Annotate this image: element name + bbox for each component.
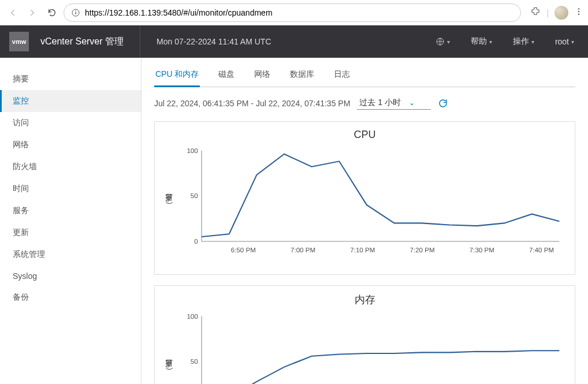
sidebar-item[interactable]: 监控 xyxy=(0,90,141,112)
tab[interactable]: 数据库 xyxy=(289,69,315,87)
svg-text:7:00 PM: 7:00 PM xyxy=(291,247,315,253)
actions-menu[interactable]: 操作▾ xyxy=(508,36,539,47)
chevron-down-icon: ▾ xyxy=(447,39,450,45)
tabs: CPU 和内存磁盘网络数据库日志 xyxy=(154,69,575,87)
svg-text:7:10 PM: 7:10 PM xyxy=(350,247,375,253)
forward-button[interactable] xyxy=(24,5,40,21)
svg-rect-2 xyxy=(75,10,76,11)
chart-title: CPU xyxy=(164,129,565,141)
cpu-plot: 050100 6:50 PM7:00 PM7:10 PM7:20 PM7:30 … xyxy=(177,146,565,255)
memory-chart: 内存 百分比 (%) 050100 6:50 PM7:00 PM7:10 PM7… xyxy=(154,285,575,384)
cpu-chart: CPU 百分比 (%) 050100 6:50 PM7:00 PM7:10 PM… xyxy=(154,121,575,275)
time-range-row: Jul 22, 2024, 06:41:35 PM - Jul 22, 2024… xyxy=(154,96,575,110)
svg-text:0: 0 xyxy=(194,238,198,245)
chevron-down-icon: ▾ xyxy=(489,39,492,45)
address-bar[interactable] xyxy=(64,3,521,22)
globe-icon xyxy=(436,37,445,46)
svg-text:7:30 PM: 7:30 PM xyxy=(470,247,494,253)
sidebar-item[interactable]: 服务 xyxy=(0,200,141,222)
url-input[interactable] xyxy=(85,8,513,17)
svg-text:6:50 PM: 6:50 PM xyxy=(231,247,256,253)
sidebar-item[interactable]: 系统管理 xyxy=(0,244,141,266)
browser-toolbar: | xyxy=(0,0,588,25)
user-menu[interactable]: root▾ xyxy=(550,37,579,46)
chart-title: 内存 xyxy=(164,293,565,307)
sidebar: 摘要监控访问网络防火墙时间服务更新系统管理Syslog备份 xyxy=(0,58,142,384)
memory-plot: 050100 6:50 PM7:00 PM7:10 PM7:20 PM7:30 … xyxy=(177,311,565,384)
tab[interactable]: CPU 和内存 xyxy=(154,69,200,87)
main-content: CPU 和内存磁盘网络数据库日志 Jul 22, 2024, 06:41:35 … xyxy=(142,58,588,384)
app-header: vmw vCenter Server 管理 Mon 07-22-2024 11:… xyxy=(0,25,588,58)
extensions-icon[interactable] xyxy=(530,6,541,18)
svg-text:50: 50 xyxy=(191,192,198,199)
vmw-logo: vmw xyxy=(9,32,29,51)
svg-text:7:40 PM: 7:40 PM xyxy=(529,247,554,253)
language-menu[interactable]: ▾ xyxy=(431,37,455,46)
header-datetime: Mon 07-22-2024 11:41 AM UTC xyxy=(157,37,271,46)
sidebar-item[interactable]: 备份 xyxy=(0,286,141,308)
sidebar-item[interactable]: 摘要 xyxy=(0,68,141,90)
chevron-down-icon: ▾ xyxy=(531,39,534,45)
svg-text:50: 50 xyxy=(191,358,198,365)
chevron-down-icon: ▾ xyxy=(571,39,574,45)
refresh-button[interactable] xyxy=(438,98,448,109)
sidebar-item[interactable]: 防火墙 xyxy=(0,156,141,178)
time-range-text: Jul 22, 2024, 06:41:35 PM - Jul 22, 2024… xyxy=(154,99,350,108)
svg-text:7:20 PM: 7:20 PM xyxy=(410,247,435,253)
svg-text:100: 100 xyxy=(187,147,198,154)
back-button[interactable] xyxy=(5,5,21,21)
refresh-icon xyxy=(438,98,448,109)
y-axis-label: 百分比 (%) xyxy=(164,311,174,384)
svg-text:100: 100 xyxy=(187,313,198,320)
time-range-select[interactable]: 过去 1 小时 ⌄ xyxy=(357,96,431,110)
sidebar-item[interactable]: Syslog xyxy=(0,266,141,286)
site-info-icon[interactable] xyxy=(71,8,80,17)
help-menu[interactable]: 帮助▾ xyxy=(466,36,497,47)
browser-menu-icon[interactable] xyxy=(574,7,583,18)
sidebar-item[interactable]: 访问 xyxy=(0,112,141,134)
svg-point-4 xyxy=(578,11,579,12)
reload-button[interactable] xyxy=(44,5,60,21)
profile-avatar[interactable] xyxy=(554,6,568,20)
svg-rect-1 xyxy=(75,12,76,14)
sidebar-item[interactable]: 网络 xyxy=(0,134,141,156)
tab[interactable]: 网络 xyxy=(253,69,271,87)
chevron-down-icon: ⌄ xyxy=(409,99,415,107)
tab[interactable]: 磁盘 xyxy=(217,69,236,87)
tab[interactable]: 日志 xyxy=(333,69,351,87)
sidebar-item[interactable]: 更新 xyxy=(0,222,141,244)
svg-point-3 xyxy=(578,8,579,9)
sidebar-item[interactable]: 时间 xyxy=(0,178,141,200)
app-title: vCenter Server 管理 xyxy=(40,36,124,48)
y-axis-label: 百分比 (%) xyxy=(164,146,174,255)
svg-point-5 xyxy=(578,13,579,14)
